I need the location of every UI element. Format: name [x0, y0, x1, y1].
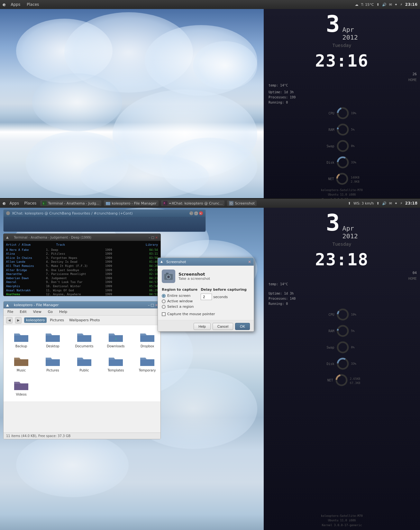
track-artist: A Hero A Fake [6, 248, 45, 252]
terminal-header: Artist / Album Track Library [6, 243, 158, 247]
fm-minimize-btn[interactable]: – [148, 303, 150, 307]
capture-mouse-checkbox[interactable]: Capture the mouse pointer [162, 312, 250, 316]
xchat-window[interactable]: XChat: koleoptero @ CrunchBang Favourite… [3, 209, 206, 232]
xchat-maximize-btn[interactable]: □ [194, 211, 198, 215]
fm-breadcrumb-pictures[interactable]: Pictures [48, 317, 66, 323]
taskbar-screenshot[interactable]: Screenshot [227, 200, 257, 206]
bottom-processes-info: Processes: 140 [269, 297, 296, 300]
terminal-close-btn[interactable]: × [155, 236, 158, 239]
fm-folder-item[interactable]: Dropbox [133, 328, 161, 350]
fm-folder-item[interactable]: ↓ Downloads [101, 328, 130, 350]
bottom-net-gauge: NET 2.65KB 67.3KB [324, 374, 361, 387]
svg-rect-13 [106, 203, 108, 203]
fm-folder-item[interactable]: Public [70, 352, 99, 374]
fm-forward-btn[interactable]: ▶ [15, 317, 22, 324]
apps-menu[interactable]: Apps [10, 2, 22, 7]
terminal-track-row: Alter Bridge6. One Last Goodbye199905:23 [6, 268, 158, 272]
fm-breadcrumb-home[interactable]: koleoptero [24, 317, 47, 323]
desktop-background[interactable] [0, 9, 264, 198]
net-gauge-svg [336, 172, 349, 185]
ok-button[interactable]: OK [235, 323, 250, 330]
taskbar-filemanager[interactable]: koleoptero - File Manager [104, 200, 158, 206]
ram-gauge: RAM 5% [325, 123, 359, 136]
screenshot-app-info: Screenshot Take a screenshot [178, 272, 210, 281]
filemanager-window[interactable]: ▲ koleoptero - File Manager – □ × File E… [3, 301, 161, 439]
folder-name: Templates [108, 369, 124, 372]
bottom-clock-seconds: 04 [413, 271, 417, 275]
dialog-close-btn[interactable]: × [248, 260, 251, 264]
fm-breadcrumb-wallpapers[interactable]: Wallpapers Photo [67, 317, 102, 323]
fm-title: koleoptero - File Manager [14, 303, 59, 307]
terminal-titlebar: ▲ Terminal - Anathema - Judgement - Deep… [4, 234, 160, 241]
track-year: 1999 [105, 292, 118, 296]
bottom-desktop[interactable]: XChat: koleoptero @ CrunchBang Favourite… [0, 208, 264, 530]
day-number: 3 [326, 12, 340, 35]
fm-folder-item[interactable]: Pictures [38, 352, 67, 374]
radio-active-window[interactable]: Active window [162, 299, 197, 303]
track-artist: Amorphis [6, 284, 45, 288]
bottom-panel-right: ⬆ WS: 3 km/h ⬆ 🔊 ✉ ✦ ⚡ 23:18 [348, 201, 417, 206]
track-title: 12. Anyone, Anywhere [46, 292, 104, 296]
fm-back-btn[interactable]: ◀ [6, 317, 13, 324]
fm-folder-item[interactable]: Temporary [133, 352, 161, 374]
fm-edit-menu[interactable]: Edit [18, 309, 28, 315]
xchat-close-btn[interactable]: × [199, 211, 203, 215]
fm-folder-item[interactable]: Music [7, 352, 36, 374]
taskbar-xchat[interactable]: X =XChat: koleoptero @ Crunc... [161, 200, 225, 206]
month: Apr [342, 26, 358, 33]
terminal-track-row: All That Remains5. Make It Right (F.F.3)… [6, 264, 158, 268]
fm-statusbar: 11 items (44.0 KB), Free space: 37.3 GB [4, 433, 160, 439]
fm-folder-item[interactable]: Desktop [38, 328, 67, 350]
bottom-apps-menu[interactable]: Apps [8, 200, 21, 206]
bottom-ram-gauge: RAM 5% [325, 324, 359, 337]
terminal-maximize-btn[interactable]: □ [151, 236, 154, 239]
cancel-button[interactable]: Cancel [213, 323, 233, 330]
screenshot-taskbar-icon [229, 201, 233, 206]
screenshot-dialog-title: Screenshot [166, 260, 186, 264]
radio-select-region[interactable]: Select a region [162, 305, 197, 309]
fm-help-menu[interactable]: Help [58, 309, 68, 315]
xchat-min-btn[interactable] [6, 211, 10, 215]
fm-folder-item[interactable]: Videos [7, 377, 36, 398]
bottom-cpu-gauge: CPU 10% [325, 308, 359, 321]
bottom-date-block: 3 Apr 2012 [326, 211, 358, 240]
bottom-places-menu[interactable]: Places [23, 200, 38, 206]
terminal-window[interactable]: ▲ Terminal - Anathema - Judgement - Deep… [3, 233, 161, 296]
fm-maximize-btn[interactable]: □ [151, 303, 154, 307]
terminal-body: Artist / Album Track Library A Hero A Fa… [4, 241, 160, 296]
bottom-swap-gauge: Swap 0% [325, 341, 359, 354]
folder-taskbar-icon-svg [106, 201, 110, 206]
year: 2012 [342, 33, 358, 41]
folder-name: Temporary [139, 369, 156, 372]
fm-folder-item[interactable]: Documents [70, 328, 99, 350]
bottom-panel-time: 23:18 [405, 201, 417, 206]
xchat-minimize-btn[interactable]: – [189, 211, 193, 215]
delay-input[interactable] [201, 294, 212, 300]
fm-folder-item[interactable]: Backup [7, 328, 36, 350]
screenshot-icon-svg [229, 201, 233, 206]
bottom-sidebar-footer: koleoptero-Satellite-M70 Ubuntu 11.0 i68… [321, 514, 363, 527]
bottom-clock-display: 23:18 [315, 250, 369, 269]
track-artist: Amaranthe [6, 272, 45, 276]
places-menu[interactable]: Places [25, 2, 40, 7]
temp-info: temp: 14°C [269, 84, 288, 87]
help-button[interactable]: Help [194, 323, 211, 330]
fm-file-menu[interactable]: File [6, 309, 14, 315]
bottom-running-info: Running: 0 [269, 302, 288, 306]
terminal-minimize-btn[interactable]: – [149, 236, 150, 239]
track-artist: Anathema [6, 292, 45, 296]
net-gauge: NET 148KB 2.9KB [324, 172, 359, 185]
track-time: 04:54 [149, 248, 158, 252]
screenshot-dialog[interactable]: ▲ Screenshot × [158, 258, 254, 332]
swap-label: Swap [325, 144, 334, 148]
fm-folder-item[interactable]: Templates [101, 352, 130, 374]
taskbar-terminal[interactable]: $ Terminal - Anathema - Judg... [40, 200, 101, 206]
radio-entire-screen[interactable]: Entire screen [162, 294, 197, 298]
fm-view-menu[interactable]: View [32, 309, 43, 315]
date-block: 3 Apr 2012 [326, 12, 358, 41]
folder-icon-svg [77, 354, 92, 367]
screenshot-app-subtitle: Take a screenshot [178, 277, 210, 281]
filemanager-taskbar-icon [106, 201, 110, 206]
bottom-sound-icon: 🔊 [382, 201, 387, 206]
fm-go-menu[interactable]: Go [47, 309, 54, 315]
